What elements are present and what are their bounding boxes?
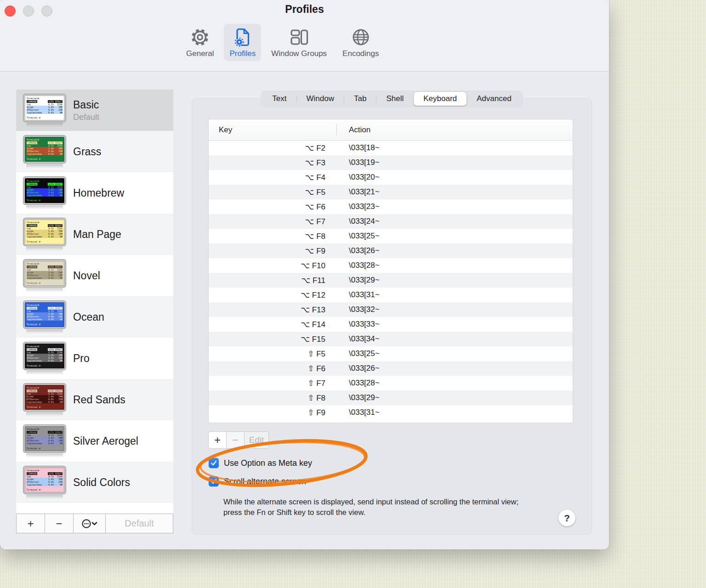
add-profile-button[interactable]: + — [17, 514, 45, 533]
profile-list-item-homebrew[interactable]: Terminal# COMMAND %CPU RPRVT top4.1%231K… — [16, 172, 173, 214]
binding-action-cell: \033[33~ — [336, 320, 380, 329]
terminal-preview: Terminal# COMMAND %CPU RPRVT top4.1%231K… — [23, 384, 66, 411]
toolbar-item-encodings[interactable]: Encodings — [337, 24, 384, 61]
tab-advanced[interactable]: Advanced — [467, 92, 521, 106]
binding-key-cell: ⌥ F4 — [209, 173, 336, 182]
remove-binding-button[interactable]: − — [226, 431, 245, 449]
set-default-profile-button[interactable]: Default — [106, 514, 173, 533]
key-binding-row[interactable]: ⇧ F7\033[28~ — [209, 376, 573, 390]
profile-sidebar: Terminal# COMMAND %CPU RPRVT top4.1%231K… — [16, 90, 173, 533]
checkbox-checked[interactable] — [209, 476, 219, 486]
toolbar-label: Encodings — [342, 49, 379, 58]
toolbar-item-profiles[interactable]: Profiles — [224, 24, 261, 61]
key-binding-row[interactable]: ⇧ F8\033[29~ — [209, 390, 573, 405]
column-header-key[interactable]: Key — [209, 125, 336, 135]
window-titlebar: Profiles General — [0, 0, 609, 72]
binding-key-cell: ⌥ F2 — [209, 143, 336, 153]
terminal-preferences-window: Profiles General — [0, 0, 609, 549]
profile-list-item-ocean[interactable]: Terminal# COMMAND %CPU RPRVT top4.1%231K… — [16, 296, 173, 338]
tab-tab[interactable]: Tab — [344, 92, 376, 106]
binding-key-cell: ⌥ F5 — [209, 187, 336, 197]
binding-key-cell: ⌥ F15 — [209, 334, 336, 344]
toolbar-item-general[interactable]: General — [181, 24, 219, 61]
terminal-preview: Terminal# COMMAND %CPU RPRVT top4.1%231K… — [23, 136, 66, 163]
binding-actions: + − Edit — [208, 431, 269, 449]
profile-list-item-red-sands[interactable]: Terminal# COMMAND %CPU RPRVT top4.1%231K… — [16, 379, 173, 420]
key-binding-row[interactable]: ⌥ F4\033[20~ — [209, 170, 573, 185]
tab-shell[interactable]: Shell — [376, 92, 413, 106]
key-binding-row[interactable]: ⌥ F15\033[34~ — [209, 332, 573, 346]
key-binding-row[interactable]: ⌥ F6\033[23~ — [209, 199, 573, 214]
binding-action-cell: \033[34~ — [336, 334, 380, 344]
add-binding-button[interactable]: + — [208, 431, 227, 449]
edit-binding-button[interactable]: Edit — [244, 431, 269, 449]
thumbnail-title-line: Terminal# — [27, 304, 63, 306]
key-binding-row[interactable]: ⌥ F5\033[21~ — [209, 185, 573, 199]
key-binding-row[interactable]: ⇧ F5\033[25~ — [209, 346, 573, 361]
terminal-preview: Terminal# COMMAND %CPU RPRVT top4.1%231K… — [23, 94, 66, 122]
profile-tabbar: TextWindowTabShellKeyboardAdvanced — [192, 91, 592, 107]
binding-key-cell: ⌥ F10 — [209, 261, 336, 271]
profile-list-item-man-page[interactable]: Terminal# COMMAND %CPU RPRVT top4.1%231K… — [16, 214, 173, 255]
key-binding-row[interactable]: ⌥ F12\033[31~ — [209, 288, 573, 302]
profile-thumbnail: Terminal# COMMAND %CPU RPRVT top4.1%231K… — [23, 177, 66, 209]
key-binding-row[interactable]: ⌥ F9\033[26~ — [209, 243, 573, 258]
binding-action-cell: \033[26~ — [336, 246, 380, 255]
tab-window[interactable]: Window — [297, 92, 344, 106]
thumbnail-prompt-line: Terminal # — [27, 406, 63, 408]
thumbnail-process-row: loginwindow0.0%4M — [27, 442, 63, 445]
thumbnail-process-row: loginwindow0.0%4M — [27, 194, 63, 197]
key-binding-row[interactable]: ⇧ F6\033[26~ — [209, 361, 573, 376]
remove-profile-button[interactable]: − — [45, 514, 74, 533]
profile-list-item-silver-aerogel[interactable]: Terminal# COMMAND %CPU RPRVT top4.1%231K… — [16, 420, 173, 462]
profile-thumbnail: Terminal# COMMAND %CPU RPRVT top4.1%231K… — [23, 94, 66, 127]
profile-list-item-novel[interactable]: Terminal# COMMAND %CPU RPRVT top4.1%231K… — [16, 255, 173, 296]
key-binding-row[interactable]: ⌥ F2\033[18~ — [209, 141, 573, 155]
binding-key-cell: ⌥ F8 — [209, 232, 336, 241]
profile-actions-menu-button[interactable] — [74, 514, 106, 533]
thumbnail-process-row: loginwindow0.0%4M — [27, 401, 63, 403]
binding-action-cell: \033[20~ — [336, 173, 380, 182]
key-binding-row[interactable]: ⌥ F3\033[19~ — [209, 155, 573, 170]
profile-thumbnail: Terminal# COMMAND %CPU RPRVT top4.1%231K… — [23, 466, 66, 499]
profile-name: Red Sands — [73, 394, 125, 406]
binding-key-cell: ⌥ F6 — [209, 202, 336, 212]
profile-name: Homebrew — [73, 187, 124, 199]
binding-action-cell: \033[32~ — [336, 305, 380, 314]
profile-list-item-solid-colors[interactable]: Terminal# COMMAND %CPU RPRVT top4.1%231K… — [16, 462, 173, 503]
thumbnail-title-line: Terminal# — [27, 97, 63, 100]
profile-thumbnail: Terminal# COMMAND %CPU RPRVT top4.1%231K… — [23, 218, 66, 251]
binding-action-cell: \033[19~ — [336, 158, 380, 167]
column-header-action[interactable]: Action — [336, 125, 370, 135]
binding-action-cell: \033[25~ — [336, 349, 380, 358]
key-binding-row[interactable]: ⌥ F13\033[32~ — [209, 302, 573, 317]
profile-list: Terminal# COMMAND %CPU RPRVT top4.1%231K… — [16, 90, 173, 503]
tab-keyboard[interactable]: Keyboard — [414, 92, 467, 106]
table-header: Key Action — [209, 119, 573, 141]
toolbar-item-window-groups[interactable]: Window Groups — [266, 24, 332, 61]
key-binding-row[interactable]: ⌥ F7\033[24~ — [209, 214, 573, 229]
key-binding-row[interactable]: ⌥ F11\033[29~ — [209, 273, 573, 288]
tab-text[interactable]: Text — [262, 92, 296, 106]
profile-list-item-basic[interactable]: Terminal# COMMAND %CPU RPRVT top4.1%231K… — [16, 90, 173, 131]
binding-key-cell: ⌥ F7 — [209, 217, 336, 226]
key-binding-row[interactable]: ⌥ F14\033[33~ — [209, 317, 573, 332]
thumbnail-prompt-line: Terminal # — [27, 240, 63, 243]
checkbox-checked[interactable] — [209, 458, 219, 468]
thumbnail-process-row: loginwindow0.0%4M — [27, 235, 63, 238]
help-button[interactable]: ? — [558, 509, 575, 526]
thumbnail-prompt-line: Terminal # — [27, 158, 63, 160]
key-binding-row[interactable]: ⌥ F8\033[25~ — [209, 229, 573, 243]
profile-list-item-grass[interactable]: Terminal# COMMAND %CPU RPRVT top4.1%231K… — [16, 131, 173, 172]
profile-name: Basic — [73, 99, 99, 111]
key-binding-row[interactable]: ⌥ F10\033[28~ — [209, 258, 573, 273]
profile-name: Pro — [73, 352, 90, 365]
profile-name: Novel — [73, 270, 100, 282]
profile-thumbnail: Terminal# COMMAND %CPU RPRVT top4.1%231K… — [23, 136, 66, 168]
profile-list-item-pro[interactable]: Terminal# COMMAND %CPU RPRVT top4.1%231K… — [16, 338, 173, 379]
key-binding-row[interactable]: ⇧ F9\033[31~ — [209, 405, 573, 420]
terminal-preview: Terminal# COMMAND %CPU RPRVT top4.1%231K… — [23, 177, 66, 204]
toolbar-label: Window Groups — [271, 49, 327, 58]
table-body: ⌥ F2\033[18~⌥ F3\033[19~⌥ F4\033[20~⌥ F5… — [209, 141, 573, 420]
binding-action-cell: \033[24~ — [336, 217, 380, 226]
